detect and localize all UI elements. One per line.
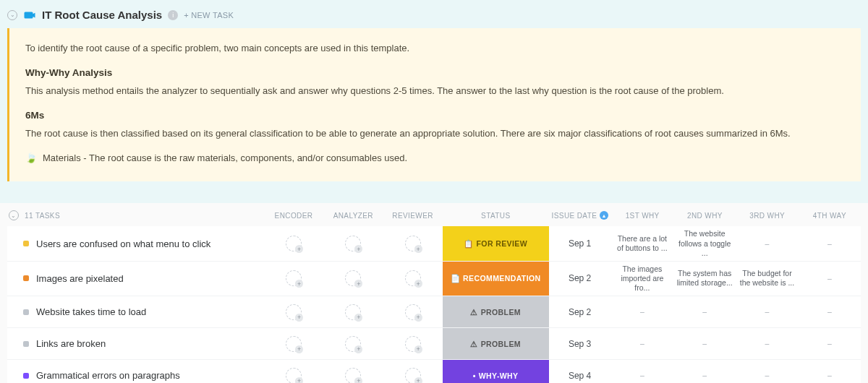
assign-encoder[interactable] xyxy=(286,336,302,352)
why-3[interactable]: – xyxy=(736,226,798,260)
why-1[interactable]: – xyxy=(611,328,673,359)
sixms-body: The root cause is then classified based … xyxy=(25,126,845,141)
assign-analyzer[interactable] xyxy=(345,368,361,383)
status-label: FOR REVIEW xyxy=(477,239,528,248)
new-task-button[interactable]: + NEW TASK xyxy=(184,11,234,20)
assign-analyzer[interactable] xyxy=(345,270,361,286)
assign-reviewer[interactable] xyxy=(405,236,421,251)
why-1[interactable]: There are a lot of buttons to ... xyxy=(611,226,673,260)
assign-reviewer[interactable] xyxy=(405,336,421,352)
assign-analyzer[interactable] xyxy=(345,336,361,352)
why-2[interactable]: – xyxy=(673,296,736,327)
task-bullet xyxy=(23,241,29,246)
col-encoder[interactable]: ENCODER xyxy=(264,212,323,220)
status-label: PROBLEM xyxy=(481,340,521,348)
why-2[interactable]: – xyxy=(673,328,736,359)
why-4[interactable]: – xyxy=(799,262,861,296)
assign-reviewer[interactable] xyxy=(405,368,421,383)
task-bullet xyxy=(23,373,29,379)
status-icon: 📋 xyxy=(464,239,473,249)
col-1st-why[interactable]: 1ST WHY xyxy=(611,212,673,220)
col-analyzer[interactable]: ANALYZER xyxy=(323,212,383,220)
why-3[interactable]: The budget for the website is ... xyxy=(736,262,798,296)
section-title: IT Root Cause Analysis xyxy=(42,9,162,21)
task-title: Users are confused on what menu to click xyxy=(36,238,210,249)
col-reviewer[interactable]: REVIEWER xyxy=(383,212,442,220)
why-3[interactable]: – xyxy=(736,328,798,359)
col-3rd-why[interactable]: 3RD WHY xyxy=(736,212,799,220)
col-2nd-why[interactable]: 2ND WHY xyxy=(673,212,736,220)
task-row[interactable]: Links are broken⚠PROBLEMSep 3–––– xyxy=(7,328,861,360)
why-1[interactable]: The images imported are fro... xyxy=(611,262,673,296)
why-4[interactable]: – xyxy=(799,296,861,327)
issue-date[interactable]: Sep 2 xyxy=(549,296,611,327)
why-2[interactable]: The system has limited storage... xyxy=(673,262,736,296)
why-4[interactable]: – xyxy=(799,226,861,260)
task-bullet xyxy=(23,309,29,315)
leaf-icon: 🍃 xyxy=(25,151,37,165)
status-icon: ⚠ xyxy=(470,308,477,317)
why-1[interactable]: – xyxy=(611,360,673,383)
status-icon: ⚠ xyxy=(470,340,477,348)
why-2[interactable]: The website follows a toggle ... xyxy=(673,226,736,260)
task-row[interactable]: Website takes time to load⚠PROBLEMSep 2–… xyxy=(7,296,861,328)
issue-date[interactable]: Sep 1 xyxy=(549,226,611,260)
collapse-toggle[interactable]: ⌄ xyxy=(7,10,17,20)
assign-encoder[interactable] xyxy=(286,236,302,251)
task-row[interactable]: Images are pixelated📄RECOMMENDATIONSep 2… xyxy=(7,262,861,296)
status-icon: • xyxy=(473,371,476,380)
task-row[interactable]: Grammatical errors on paragraphs•WHY-WHY… xyxy=(7,360,861,383)
materials-line: Materials - The root cause is the raw ma… xyxy=(43,151,407,165)
tasks-count: 11 TASKS xyxy=(25,212,60,220)
assign-reviewer[interactable] xyxy=(405,270,421,286)
task-title: Links are broken xyxy=(36,338,106,349)
status-label: PROBLEM xyxy=(481,308,521,317)
status-label: WHY-WHY xyxy=(479,371,519,380)
task-columns-header: ⌄ 11 TASKS ENCODER ANALYZER REVIEWER STA… xyxy=(7,207,861,226)
status-label: RECOMMENDATION xyxy=(463,274,540,283)
description-card: To identify the root cause of a specific… xyxy=(7,28,861,181)
status-icon: 📄 xyxy=(451,274,460,283)
why-1[interactable]: – xyxy=(611,296,673,327)
sort-asc-icon: ▲ xyxy=(600,211,608,220)
status-badge[interactable]: ⚠PROBLEM xyxy=(443,328,549,359)
whywhy-title: Why-Why Analysis xyxy=(25,66,845,81)
task-title: Grammatical errors on paragraphs xyxy=(36,370,180,381)
task-title: Website takes time to load xyxy=(36,306,146,317)
sixms-title: 6Ms xyxy=(25,108,845,124)
why-3[interactable]: – xyxy=(736,360,798,383)
list-icon xyxy=(23,10,36,20)
assign-reviewer[interactable] xyxy=(405,304,421,320)
info-icon[interactable]: i xyxy=(168,10,178,20)
tasks-collapse-toggle[interactable]: ⌄ xyxy=(9,210,19,220)
col-issue-date[interactable]: ISSUE DATE ▲ xyxy=(549,211,611,220)
col-status[interactable]: STATUS xyxy=(443,212,549,220)
why-4[interactable]: – xyxy=(799,328,861,359)
col-4th-why[interactable]: 4TH WAY xyxy=(799,212,861,220)
status-badge[interactable]: 📄RECOMMENDATION xyxy=(443,262,549,296)
task-row[interactable]: Users are confused on what menu to click… xyxy=(7,226,861,261)
status-badge[interactable]: 📋FOR REVIEW xyxy=(443,226,549,260)
assign-analyzer[interactable] xyxy=(345,304,361,320)
why-2[interactable]: – xyxy=(673,360,736,383)
assign-encoder[interactable] xyxy=(286,270,302,286)
assign-analyzer[interactable] xyxy=(345,236,361,251)
issue-date[interactable]: Sep 4 xyxy=(549,360,611,383)
why-3[interactable]: – xyxy=(736,296,798,327)
status-badge[interactable]: ⚠PROBLEM xyxy=(443,296,549,327)
task-bullet xyxy=(23,275,29,281)
whywhy-body: This analysis method entails the analyze… xyxy=(25,84,845,98)
assign-encoder[interactable] xyxy=(286,304,302,320)
col-issue-date-label: ISSUE DATE xyxy=(552,212,597,220)
issue-date[interactable]: Sep 2 xyxy=(549,262,611,296)
desc-intro: To identify the root cause of a specific… xyxy=(25,41,845,56)
task-bullet xyxy=(23,341,29,347)
assign-encoder[interactable] xyxy=(286,368,302,383)
task-title: Images are pixelated xyxy=(36,273,124,284)
why-4[interactable]: – xyxy=(799,360,861,383)
issue-date[interactable]: Sep 3 xyxy=(549,328,611,359)
status-badge[interactable]: •WHY-WHY xyxy=(443,360,549,383)
